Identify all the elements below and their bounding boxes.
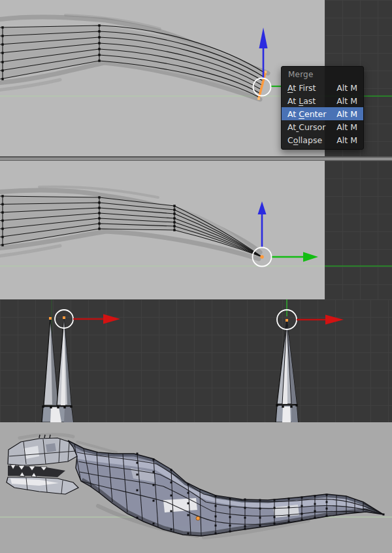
z-axis-arrow-icon[interactable]: [258, 201, 267, 247]
viewport-panel-edge-before-merge[interactable]: Merge At First Alt M At Last Alt M At Ce…: [0, 0, 392, 156]
menu-item-at-first[interactable]: At First Alt M: [282, 81, 363, 94]
menu-shortcut: Alt M: [336, 96, 357, 106]
tail-mesh-after-merge[interactable]: [0, 161, 392, 299]
selected-vertex-dot[interactable]: [196, 516, 200, 520]
menu-shortcut: Alt M: [336, 83, 357, 93]
spike-merged-mesh[interactable]: [276, 320, 298, 422]
viewport-panel-after-merge[interactable]: [0, 161, 392, 299]
blender-viewport-montage: Merge At First Alt M At Last Alt M At Ce…: [0, 0, 392, 553]
menu-item-at-cursor[interactable]: At Cursor Alt M: [282, 120, 363, 133]
menu-shortcut: Alt M: [336, 122, 357, 132]
menu-shortcut: Alt M: [336, 135, 357, 145]
x-axis-arrow-icon[interactable]: [73, 314, 120, 324]
selected-vertex-dot[interactable]: [260, 255, 264, 259]
menu-title: Merge: [282, 68, 363, 81]
selected-vertex-dots[interactable]: [50, 318, 64, 318]
trex-model-mesh[interactable]: [0, 422, 392, 553]
trex-mouth: [8, 465, 65, 477]
y-axis-arrow-icon[interactable]: [272, 252, 318, 262]
panel-divider: [0, 156, 392, 161]
spike-pair-mesh[interactable]: [42, 318, 73, 422]
x-axis-arrow-icon[interactable]: [297, 315, 344, 325]
menu-item-collapse[interactable]: Collapse Alt M: [282, 133, 363, 146]
menu-item-at-center[interactable]: At Center Alt M: [282, 107, 363, 120]
front-view-spikes[interactable]: [0, 299, 392, 422]
trex-head-mesh[interactable]: [7, 435, 78, 494]
viewport-panel-front-view[interactable]: [0, 299, 392, 422]
menu-shortcut: Alt M: [336, 109, 357, 119]
viewport-panel-full-model[interactable]: [0, 422, 392, 553]
merge-context-menu[interactable]: Merge At First Alt M At Last Alt M At Ce…: [281, 66, 364, 150]
menu-item-at-last[interactable]: At Last Alt M: [282, 94, 363, 107]
